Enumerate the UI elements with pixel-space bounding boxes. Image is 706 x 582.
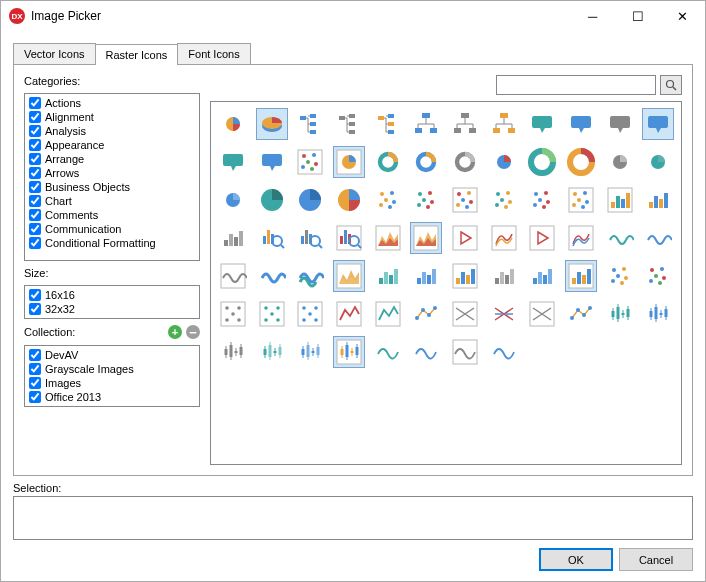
icon-bars-blue[interactable] (410, 260, 442, 292)
remove-collection-button[interactable]: − (186, 325, 200, 339)
collection-item-3[interactable]: Office 2013 (27, 390, 197, 404)
icon-dice-box3[interactable] (294, 298, 326, 330)
ok-button[interactable]: OK (539, 548, 613, 571)
icon-area-fire[interactable] (372, 222, 404, 254)
category-item-1[interactable]: Alignment (27, 110, 197, 124)
category-item-8-checkbox[interactable] (29, 209, 41, 221)
icon-dots-sc2[interactable] (526, 184, 558, 216)
icon-bubble-blue2[interactable] (256, 146, 288, 178)
icon-pie-small2[interactable] (488, 146, 520, 178)
category-item-9-checkbox[interactable] (29, 223, 41, 235)
collection-item-1[interactable]: Grayscale Images (27, 362, 197, 376)
icon-dice-box[interactable] (217, 298, 249, 330)
icon-wave-blue[interactable] (642, 222, 674, 254)
icon-bubble-blue[interactable] (565, 108, 597, 140)
icon-zoom-bar2[interactable] (294, 222, 326, 254)
icon-tree-gray[interactable] (333, 108, 365, 140)
icon-bar-mini2[interactable] (642, 184, 674, 216)
icon-xline[interactable] (449, 298, 481, 330)
collection-item-2[interactable]: Images (27, 376, 197, 390)
icon-dots-box3[interactable] (565, 184, 597, 216)
size-item-0[interactable]: 16x16 (27, 288, 197, 302)
icon-spark-box[interactable] (449, 336, 481, 368)
icon-donut-gray[interactable] (449, 146, 481, 178)
icon-dice-box2[interactable] (256, 298, 288, 330)
icon-candle-teal[interactable] (604, 298, 636, 330)
icon-scatter-b[interactable] (604, 260, 636, 292)
icon-xline2[interactable] (488, 298, 520, 330)
icon-line-dots[interactable] (410, 298, 442, 330)
icon-pie-slice-bl[interactable] (217, 184, 249, 216)
icon-candle-gray[interactable] (217, 336, 249, 368)
category-item-4[interactable]: Arrange (27, 152, 197, 166)
icon-zoom-bar3[interactable] (333, 222, 365, 254)
collection-item-3-checkbox[interactable] (29, 391, 41, 403)
icon-candle-teal2[interactable] (256, 336, 288, 368)
icon-pie-multi[interactable] (333, 184, 365, 216)
icon-bars-box[interactable] (449, 260, 481, 292)
icon-bars-org[interactable] (565, 260, 597, 292)
icon-zoom-bar[interactable] (256, 222, 288, 254)
category-item-5-checkbox[interactable] (29, 167, 41, 179)
icon-candle-blue[interactable] (642, 298, 674, 330)
icon-scatter-c[interactable] (642, 260, 674, 292)
icon-tree-color[interactable] (372, 108, 404, 140)
icon-org-color[interactable] (488, 108, 520, 140)
icon-dots-tiny2[interactable] (410, 184, 442, 216)
icon-bars-gray[interactable] (488, 260, 520, 292)
size-item-0-checkbox[interactable] (29, 289, 41, 301)
tab-vector-icons[interactable]: Vector Icons (13, 43, 96, 64)
category-item-7[interactable]: Chart (27, 194, 197, 208)
cancel-button[interactable]: Cancel (619, 548, 693, 571)
icon-pie-3d[interactable] (256, 108, 288, 140)
collection-item-0-checkbox[interactable] (29, 349, 41, 361)
icon-donut-big-teal[interactable] (526, 146, 558, 178)
tab-font-icons[interactable]: Font Icons (177, 43, 250, 64)
icon-wave-big2[interactable] (294, 260, 326, 292)
icon-wave-box[interactable] (217, 260, 249, 292)
icon-dots-box2[interactable] (449, 184, 481, 216)
minimize-button[interactable]: ─ (570, 1, 615, 31)
icon-pie-big-blue[interactable] (294, 184, 326, 216)
icon-donut-big-org[interactable] (565, 146, 597, 178)
icon-bubble-teal2[interactable] (217, 146, 249, 178)
icon-area-org[interactable] (333, 260, 365, 292)
size-list[interactable]: 16x1632x32 (24, 285, 200, 319)
collection-item-0[interactable]: DevAV (27, 348, 197, 362)
icon-lined2[interactable] (565, 298, 597, 330)
icon-spark1[interactable] (372, 336, 404, 368)
category-item-10[interactable]: Conditional Formatting (27, 236, 197, 250)
category-item-5[interactable]: Arrows (27, 166, 197, 180)
category-item-2[interactable]: Analysis (27, 124, 197, 138)
add-collection-button[interactable]: + (168, 325, 182, 339)
icon-dots-tiny[interactable] (372, 184, 404, 216)
icon-candle-blue2[interactable] (294, 336, 326, 368)
icon-dots-box[interactable] (294, 146, 326, 178)
icon-org-gray[interactable] (449, 108, 481, 140)
icon-bubble-big[interactable] (642, 108, 674, 140)
icon-spark2[interactable] (410, 336, 442, 368)
icon-play-box2[interactable] (526, 222, 558, 254)
category-item-2-checkbox[interactable] (29, 125, 41, 137)
icon-pie-slice-g[interactable] (604, 146, 636, 178)
icon-line-box2[interactable] (372, 298, 404, 330)
icon-candle-org[interactable] (333, 336, 365, 368)
icon-pie-box[interactable] (333, 146, 365, 178)
icon-bubble-gray[interactable] (604, 108, 636, 140)
maximize-button[interactable]: ☐ (615, 1, 660, 31)
category-item-4-checkbox[interactable] (29, 153, 41, 165)
selection-box[interactable] (13, 496, 693, 540)
icon-grid[interactable] (210, 101, 682, 465)
icon-area-fire2[interactable] (410, 222, 442, 254)
icon-donut-blue[interactable] (410, 146, 442, 178)
icon-spark3[interactable] (488, 336, 520, 368)
category-item-3[interactable]: Appearance (27, 138, 197, 152)
icon-donut-teal[interactable] (372, 146, 404, 178)
category-item-6[interactable]: Business Objects (27, 180, 197, 194)
collection-item-1-checkbox[interactable] (29, 363, 41, 375)
category-item-0[interactable]: Actions (27, 96, 197, 110)
icon-surf-box2[interactable] (565, 222, 597, 254)
category-item-3-checkbox[interactable] (29, 139, 41, 151)
icon-pie-small[interactable] (217, 108, 249, 140)
close-button[interactable]: ✕ (660, 1, 705, 31)
